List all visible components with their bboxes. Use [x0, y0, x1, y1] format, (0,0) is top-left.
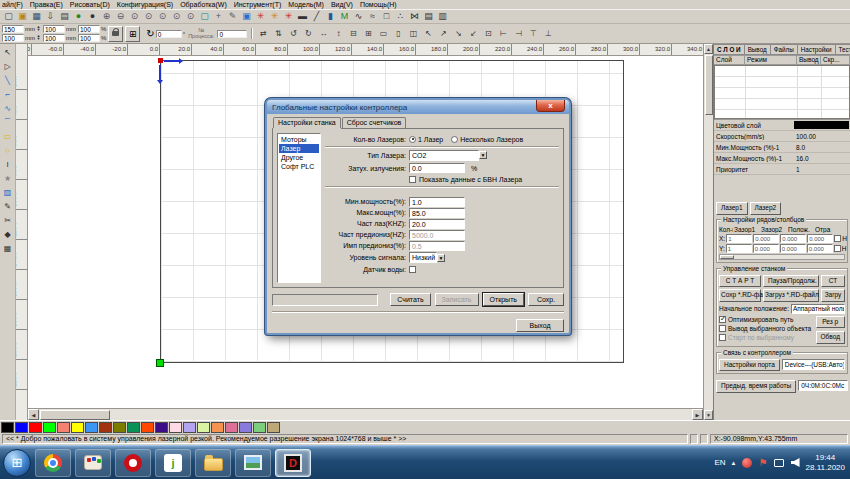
align-center-h-icon[interactable]: ⊟	[346, 27, 360, 40]
taskbar-rdworks-active[interactable]: D	[275, 449, 311, 477]
menu-item[interactable]: айл(F)	[2, 1, 23, 8]
camera-icon[interactable]: ▬	[296, 11, 309, 23]
scroll-right-icon[interactable]: ▶	[692, 409, 703, 420]
array-copy-icon[interactable]: ✳	[268, 11, 281, 23]
mirror-vertical-icon[interactable]: ⇅	[271, 27, 285, 40]
start-job-icon[interactable]: ●	[72, 11, 85, 23]
align-left-icon[interactable]: ⊢	[496, 27, 510, 40]
curve-tool-icon[interactable]: ∿	[1, 102, 14, 115]
array-button[interactable]: ⊞	[125, 26, 140, 42]
port-settings-button[interactable]: Настройки порта	[719, 359, 780, 372]
taskbar-chrome[interactable]	[35, 449, 71, 477]
scroll-thumb[interactable]	[720, 255, 734, 259]
size-same-height-icon[interactable]: ↕	[331, 27, 345, 40]
category-list[interactable]: Моторы Лазер Другое Софт PLC	[277, 133, 321, 283]
array-output-icon[interactable]: ✳	[254, 11, 267, 23]
y-value-field[interactable]: 1	[726, 244, 752, 253]
open-folder-icon[interactable]: ▣	[16, 11, 29, 23]
palette-color-swatch[interactable]	[267, 422, 280, 433]
y-value-field[interactable]: 0.000	[753, 244, 779, 253]
tray-expand-icon[interactable]: ▲	[731, 460, 737, 466]
zoom-prev-icon[interactable]: ⊙	[156, 11, 169, 23]
taskbar-explorer[interactable]	[195, 449, 231, 477]
min-power-field[interactable]: 1.0	[409, 197, 465, 207]
taskbar-paint[interactable]	[75, 449, 111, 477]
laser1-button[interactable]: Лазер1	[716, 202, 748, 215]
start-button[interactable]: С Т А Р Т	[719, 275, 761, 288]
action-center-flag-icon[interactable]: ⚑	[758, 457, 769, 468]
align-bottom-icon[interactable]: ⊥	[541, 27, 555, 40]
width-field[interactable]: 150	[2, 25, 24, 33]
volume-tray-icon[interactable]	[790, 457, 801, 468]
save-button[interactable]: Сохр.	[528, 293, 564, 306]
text-tool-icon[interactable]: I	[1, 158, 14, 171]
laser2-button[interactable]: Лазер2	[750, 202, 782, 215]
align-bottom-right-icon[interactable]: ↘	[451, 27, 465, 40]
star-tool-icon[interactable]: ★	[1, 172, 14, 185]
rotate-angle-field[interactable]: 0	[156, 30, 182, 38]
align-center-icon[interactable]: ⊡	[481, 27, 495, 40]
bitmap-tool-icon[interactable]: ▨	[1, 186, 14, 199]
select-tool-icon[interactable]: ↖	[1, 46, 14, 59]
y-mirror-checkbox[interactable]	[834, 245, 841, 252]
palette-color-swatch[interactable]	[155, 422, 168, 433]
arc-tool-icon[interactable]: ⌒	[1, 116, 14, 129]
open-button[interactable]: Открыть	[483, 293, 525, 306]
monitor-icon[interactable]: ▣	[240, 11, 253, 23]
palette-color-swatch[interactable]	[99, 422, 112, 433]
node-edit-tool-icon[interactable]: ▷	[1, 60, 14, 73]
polyline-tool-icon[interactable]: ⌐	[1, 88, 14, 101]
select-frame-icon[interactable]: ▢	[198, 11, 211, 23]
align-bottom-left-icon[interactable]: ↙	[466, 27, 480, 40]
palette-color-swatch[interactable]	[239, 422, 252, 433]
menu-item[interactable]: Вид(V)	[331, 1, 353, 8]
palette-color-swatch[interactable]	[1, 422, 14, 433]
water-sensor-checkbox[interactable]	[409, 266, 416, 273]
language-indicator[interactable]: EN	[714, 458, 725, 467]
import-file-icon[interactable]: ⇩	[44, 11, 57, 23]
tab-files[interactable]: Файлы	[771, 44, 798, 55]
weld-icon[interactable]: ⋈	[408, 11, 421, 23]
size-same-width-icon[interactable]: ↔	[316, 27, 330, 40]
width-spinner[interactable]: ▲▼	[36, 25, 41, 33]
print-icon[interactable]: ▥	[436, 11, 449, 23]
palette-color-swatch[interactable]	[57, 422, 70, 433]
node-icon[interactable]: ∴	[394, 11, 407, 23]
start-button[interactable]: ⊞	[3, 449, 31, 477]
signal-level-select[interactable]: Низкий▼	[409, 252, 445, 263]
laser-head-tool-icon[interactable]: ◆	[1, 228, 14, 241]
prop-value[interactable]: 8.0	[794, 142, 850, 152]
output-selected-checkbox[interactable]	[719, 325, 726, 332]
palette-color-swatch[interactable]	[197, 422, 210, 433]
height-field[interactable]: 100	[2, 34, 24, 42]
menu-item[interactable]: Модель(M)	[288, 1, 324, 8]
menu-item[interactable]: Помощь(H)	[360, 1, 397, 8]
prop-value[interactable]	[794, 120, 850, 130]
write-button[interactable]: Записать	[435, 293, 479, 306]
menu-item[interactable]: Инструмент(T)	[234, 1, 282, 8]
scale-y-field[interactable]: 100	[78, 34, 100, 42]
cut-frame-button[interactable]: Рез р	[816, 316, 845, 329]
palette-color-swatch[interactable]	[169, 422, 182, 433]
one-laser-radio[interactable]	[409, 136, 416, 143]
laser-head-marker[interactable]	[156, 359, 164, 367]
stop-button[interactable]: СТ	[821, 275, 845, 288]
scroll-left-icon[interactable]: ◀	[28, 409, 39, 420]
menu-item[interactable]: Конфигурация(S)	[117, 1, 173, 8]
chevron-down-icon[interactable]: ▼	[437, 254, 445, 262]
pen-tool-icon[interactable]: ✎	[1, 200, 14, 213]
pen-edit-icon[interactable]: ✎	[226, 11, 239, 23]
load-button[interactable]: Загру	[821, 289, 845, 302]
show-bvn-checkbox[interactable]	[409, 176, 416, 183]
tab-reset-counters[interactable]: Сброс счетчиков	[342, 117, 407, 128]
list-item-other[interactable]: Другое	[279, 153, 319, 162]
x-mirror-checkbox[interactable]	[834, 235, 841, 242]
align-right-icon[interactable]: ⊣	[511, 27, 525, 40]
palette-color-swatch[interactable]	[225, 422, 238, 433]
pause-resume-button[interactable]: Пауза/Продолж.	[763, 275, 819, 288]
x-value-field[interactable]: 0.000	[780, 234, 806, 243]
palette-color-swatch[interactable]	[15, 422, 28, 433]
zoom-out-icon[interactable]: ⊖	[114, 11, 127, 23]
scroll-thumb[interactable]	[40, 410, 110, 420]
process-number-field[interactable]: 0	[217, 30, 247, 38]
